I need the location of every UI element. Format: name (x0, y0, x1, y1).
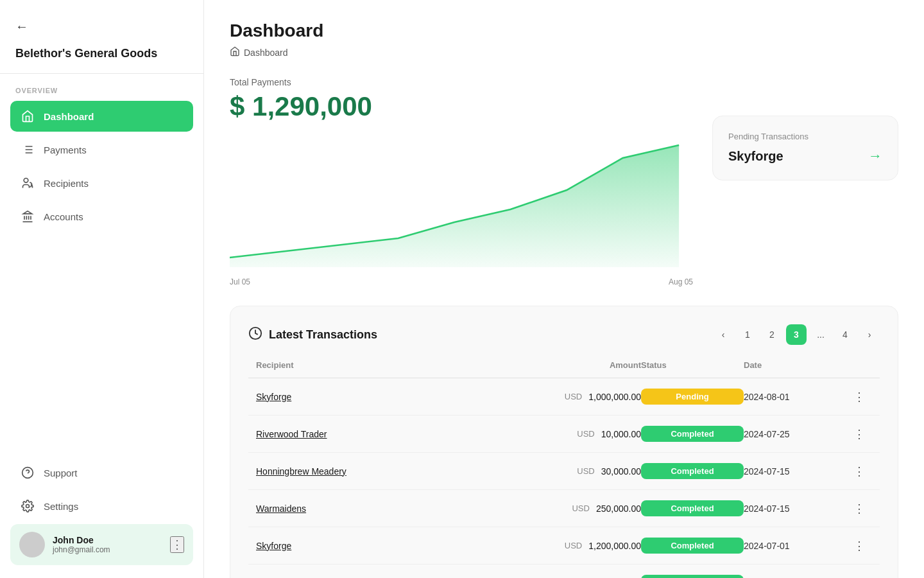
currency-label: USD (565, 392, 582, 401)
amount-cell: USD 10,000.00 (513, 429, 641, 439)
payments-icon (21, 143, 35, 157)
amount-value: 1,000,000.00 (588, 392, 641, 402)
pagination: ‹ 1 2 3 ... 4 › (713, 324, 880, 345)
status-badge: Completed (641, 538, 744, 554)
sidebar-item-label-dashboard: Dashboard (44, 111, 94, 122)
date-cell: 2024-07-15 (744, 466, 846, 477)
transactions-title: Latest Transactions (248, 326, 377, 344)
sidebar-item-dashboard[interactable]: Dashboard (10, 101, 193, 132)
pagination-page-1[interactable]: 1 (737, 324, 758, 345)
sidebar-item-payments[interactable]: Payments (10, 134, 193, 165)
company-name: Belethor's General Goods (15, 47, 188, 60)
pagination-page-3[interactable]: 3 (786, 324, 807, 345)
pending-card-content: Skyforge → (728, 148, 882, 164)
sidebar-item-support[interactable]: Support (10, 457, 193, 488)
main-content: Dashboard Dashboard Total Payments $ 1,2… (204, 0, 924, 578)
table-header: Recipient Amount Status Date (248, 360, 880, 378)
date-cell: 2024-08-01 (744, 392, 846, 402)
user-info: John Doe john@gmail.com (53, 535, 162, 554)
sidebar-item-label-settings: Settings (44, 501, 78, 512)
sidebar-item-label-recipients: Recipients (44, 178, 89, 189)
pagination-page-2[interactable]: 2 (762, 324, 782, 345)
col-amount: Amount (513, 360, 641, 370)
amount-cell: USD 250,000.00 (513, 504, 641, 514)
home-icon (21, 109, 35, 123)
transactions-title-text: Latest Transactions (269, 328, 377, 342)
back-button[interactable]: ← (15, 19, 28, 34)
chart-dates: Jul 05 Aug 05 (230, 277, 693, 286)
bottom-nav: Support Settings (0, 457, 203, 524)
date-cell: 2024-07-01 (744, 541, 846, 551)
recipient-link[interactable]: Honningbrew Meadery (256, 466, 513, 477)
row-more-button[interactable]: ⋮ (846, 576, 872, 579)
recipient-link[interactable]: Riverwood Trader (256, 429, 513, 439)
overview-section-label: OVERVIEW (0, 74, 203, 101)
total-label: Total Payments (230, 77, 693, 87)
table-row: Riverwood Trader USD 10,000.00 Completed… (248, 416, 880, 453)
table-row: Skyforge USD 1,000,000.00 Pending 2024-0… (248, 378, 880, 416)
row-more-button[interactable]: ⋮ (846, 464, 872, 478)
status-badge: Pending (641, 389, 744, 405)
col-status: Status (641, 360, 744, 370)
pending-card-label: Pending Transactions (728, 132, 882, 141)
amount-cell: USD 1,000,000.00 (513, 392, 641, 402)
svg-point-9 (26, 505, 30, 508)
col-recipient: Recipient (256, 360, 513, 370)
sidebar-item-accounts[interactable]: Accounts (10, 201, 193, 232)
status-badge: Completed (641, 500, 744, 516)
user-card: John Doe john@gmail.com ⋮ (10, 524, 193, 565)
sidebar-item-label-payments: Payments (44, 144, 87, 155)
sidebar-item-recipients[interactable]: Recipients (10, 168, 193, 198)
status-badge: Completed (641, 575, 744, 578)
sidebar-item-label-support: Support (44, 468, 78, 478)
pending-card[interactable]: Pending Transactions Skyforge → (712, 116, 898, 180)
row-more-button[interactable]: ⋮ (846, 539, 872, 553)
row-more-button[interactable]: ⋮ (846, 502, 872, 516)
pagination-next[interactable]: › (859, 324, 880, 345)
sidebar-item-label-accounts: Accounts (44, 211, 83, 222)
amount-value: 250,000.00 (596, 504, 641, 514)
chart-date-start: Jul 05 (230, 277, 250, 286)
chart-date-end: Aug 05 (669, 277, 693, 286)
currency-label: USD (565, 541, 582, 550)
amount-value: 30,000.00 (601, 466, 641, 477)
row-more-button[interactable]: ⋮ (846, 427, 872, 441)
amount-value: 1,200,000.00 (588, 541, 641, 551)
support-icon (21, 466, 35, 480)
user-more-button[interactable]: ⋮ (170, 536, 184, 553)
currency-label: USD (577, 466, 594, 476)
sidebar-item-settings[interactable]: Settings (10, 491, 193, 521)
back-button-container: ← (0, 13, 203, 47)
accounts-icon (21, 209, 35, 223)
amount-cell: USD 30,000.00 (513, 466, 641, 477)
recipient-link[interactable]: Skyforge (256, 392, 513, 402)
sidebar: ← Belethor's General Goods OVERVIEW Dash… (0, 0, 204, 578)
table-row: Warmaidens USD 250,000.00 Completed 2024… (248, 490, 880, 527)
breadcrumb: Dashboard (230, 46, 898, 59)
recipient-link[interactable]: Warmaidens (256, 504, 513, 514)
stats-area: Total Payments $ 1,290,000 (230, 77, 898, 286)
currency-label: USD (572, 504, 589, 513)
clock-icon (248, 326, 262, 344)
page-title: Dashboard (230, 21, 898, 41)
status-badge: Completed (641, 463, 744, 479)
settings-icon (21, 499, 35, 513)
user-email: john@gmail.com (53, 545, 162, 554)
transactions-card: Latest Transactions ‹ 1 2 3 ... 4 › Reci… (230, 306, 898, 578)
date-cell: 2024-07-25 (744, 429, 846, 439)
pending-card-arrow-icon: → (868, 148, 882, 164)
table-row: Gray Pine Goods USD 15,000.00 Completed … (248, 565, 880, 578)
pagination-ellipsis: ... (810, 324, 831, 345)
status-badge: Completed (641, 426, 744, 442)
pagination-page-4[interactable]: 4 (835, 324, 855, 345)
user-name: John Doe (53, 535, 162, 545)
row-more-button[interactable]: ⋮ (846, 390, 872, 404)
svg-marker-6 (23, 211, 31, 214)
breadcrumb-text: Dashboard (244, 48, 288, 58)
amount-cell: USD 1,200,000.00 (513, 541, 641, 551)
recipient-link[interactable]: Skyforge (256, 541, 513, 551)
pagination-prev[interactable]: ‹ (713, 324, 733, 345)
chart-area (230, 132, 693, 274)
amount-value: 10,000.00 (601, 429, 641, 439)
sidebar-nav: Dashboard Payments Recipients Accounts (0, 101, 203, 457)
